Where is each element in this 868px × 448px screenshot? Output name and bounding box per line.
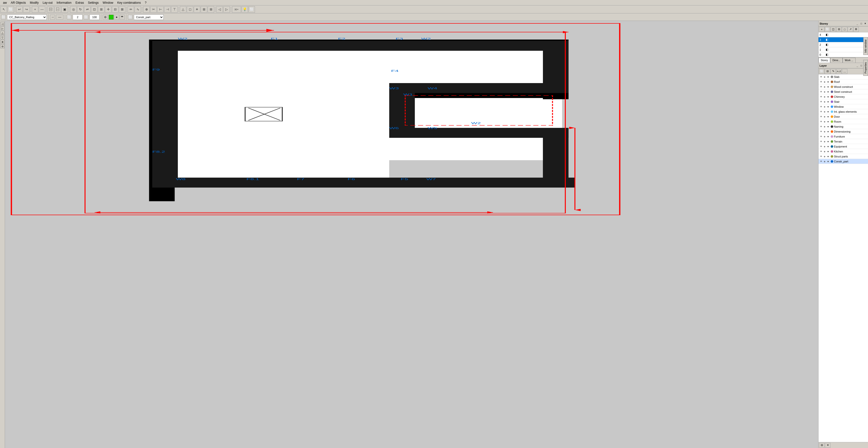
layer-lock-icon-window[interactable]: ◈ xyxy=(823,105,826,108)
layer-row-chimney[interactable]: 👁 ◈ ■ Chimney xyxy=(818,94,868,99)
layer-lock-icon-dimensioning[interactable]: ◈ xyxy=(823,130,826,133)
layer-color-icon-wood[interactable]: ■ xyxy=(827,85,830,88)
layer-more-btn[interactable]: … xyxy=(842,69,847,74)
align-h-btn[interactable]: ⊟ xyxy=(112,6,118,13)
ar-objects-btn[interactable]: ⬜ xyxy=(7,6,14,13)
layer-lock-icon-chimney[interactable]: ◈ xyxy=(823,95,826,98)
properties-tab[interactable]: Properties xyxy=(863,60,868,76)
layer-color-icon-equipment[interactable]: ■ xyxy=(827,145,830,148)
layer-visible-icon-stair[interactable]: 👁 xyxy=(819,100,823,103)
layer-row-terrain[interactable]: 👁 ◈ ■ Terrain xyxy=(818,139,868,144)
left-tb-6[interactable]: ⊖ xyxy=(0,44,4,48)
scale-btn[interactable]: ⊡ xyxy=(91,6,97,13)
storey-settings-btn[interactable]: ⚙ xyxy=(853,27,859,32)
layer-visible-icon-struct-parts[interactable]: 👁 xyxy=(819,155,823,158)
layer-color-icon-naming[interactable]: ■ xyxy=(827,125,830,128)
layer-color-icon-stair[interactable]: ■ xyxy=(827,100,830,103)
layer-row-kitchen[interactable]: 👁 ◈ ■ Kitchen xyxy=(818,149,868,154)
layer-color-icon-room[interactable]: ■ xyxy=(827,120,830,123)
layer-row-dimensioning[interactable]: 👁 ◈ ■ Dimensioning xyxy=(818,129,868,134)
layer-visible-icon[interactable]: 👁 xyxy=(819,75,823,78)
layer-lock-icon-kitchen[interactable]: ◈ xyxy=(823,150,826,153)
layer-visible-icon-roof[interactable]: 👁 xyxy=(819,80,823,83)
layer-color-icon-int-glass[interactable]: ■ xyxy=(827,110,830,113)
layer-row-equipment[interactable]: 👁 ◈ ■ Equipment xyxy=(818,144,868,149)
layer-color-icon-terrain[interactable]: ■ xyxy=(827,140,830,143)
layer-visible-icon-room[interactable]: 👁 xyxy=(819,120,823,123)
layer-color-icon-window[interactable]: ■ xyxy=(827,105,830,108)
mirror-btn[interactable]: ⇌ xyxy=(84,6,91,13)
scale-input[interactable] xyxy=(90,14,99,20)
trim-btn[interactable]: ⊢ xyxy=(157,6,164,13)
layer-lock-icon-int-glass[interactable]: ◈ xyxy=(823,110,826,113)
menu-key-combinations[interactable]: Key combinations xyxy=(115,0,143,5)
pattern-btn[interactable]: ∿ xyxy=(134,6,141,13)
layer-lock-icon-equipment[interactable]: ◈ xyxy=(823,145,826,148)
left-tb-5[interactable]: ⊕ xyxy=(0,40,4,44)
layer-row-wood[interactable]: 👁 ◈ ■ Wood construct xyxy=(818,84,868,89)
storey-row-1[interactable]: 1 ◧ xyxy=(818,47,868,52)
layer-lock-icon-stair[interactable]: ◈ xyxy=(823,100,826,103)
layer-lock-icon-steel[interactable]: ◈ xyxy=(823,90,826,93)
layer-icon-btn[interactable]: ⬜ xyxy=(1,15,6,20)
add-btn[interactable]: + xyxy=(32,6,38,13)
layer-visible-icon-wood[interactable]: 👁 xyxy=(819,85,823,88)
undo-btn[interactable]: ↩ xyxy=(16,6,23,13)
menu-layout[interactable]: Lay-out xyxy=(40,0,55,5)
layer-color-icon-roof[interactable]: ■ xyxy=(827,80,830,83)
storey-export-btn[interactable]: ↗ xyxy=(847,27,853,32)
layer-filter-btn[interactable]: ⊟ xyxy=(825,69,830,74)
line-width-input[interactable] xyxy=(73,14,83,20)
tab-work[interactable]: Work ... xyxy=(843,58,856,63)
layer-row-furniture[interactable]: 👁 ◈ ■ Furniture xyxy=(818,134,868,139)
storey-section-btn[interactable]: ◫ xyxy=(831,27,836,32)
layer-lock-icon-struct-parts[interactable]: ◈ xyxy=(823,155,826,158)
constr-part-select[interactable]: Constr_part xyxy=(134,14,164,20)
delete-btn[interactable]: — xyxy=(39,6,45,13)
layer-row-room[interactable]: 👁 ◈ ■ Room xyxy=(818,119,868,124)
menu-help[interactable]: ? xyxy=(143,0,149,5)
copy-outline-btn[interactable]: ⿳ xyxy=(48,6,54,13)
dim-right-btn[interactable]: ▷ xyxy=(223,6,230,13)
storey-panel-close[interactable]: × xyxy=(864,22,867,25)
dim-left-btn[interactable]: ◁ xyxy=(216,6,223,13)
snap-btn[interactable]: ⊕ xyxy=(143,6,150,13)
layer-visible-icon-dimensioning[interactable]: 👁 xyxy=(819,130,823,133)
draw-line-btn[interactable]: ✏ xyxy=(128,6,134,13)
light-btn[interactable]: 💡 xyxy=(242,6,248,13)
layer-lock-icon-naming[interactable]: ◈ xyxy=(823,125,826,128)
menu-modify[interactable]: Modify xyxy=(28,0,40,5)
layer-lock-icon-wood[interactable]: ◈ xyxy=(823,85,826,88)
rotate-btn[interactable]: ↻ xyxy=(77,6,84,13)
layer-panel-minimize[interactable]: _ xyxy=(856,64,859,67)
menu-window[interactable]: Window xyxy=(101,0,115,5)
storey-row-2[interactable]: 2 ◧ xyxy=(818,42,868,47)
storey-view-btn[interactable]: ⊟ xyxy=(836,27,842,32)
move-btn[interactable]: ✛ xyxy=(105,6,112,13)
layer-show-all-btn[interactable]: ⬜ xyxy=(819,69,825,74)
layer-visible-icon-int-glass[interactable]: 👁 xyxy=(819,110,823,113)
snap-icon[interactable]: ⊕ xyxy=(103,15,108,20)
layer-visible-icon-window[interactable]: 👁 xyxy=(819,105,823,108)
layer-visible-icon-furniture[interactable]: 👁 xyxy=(819,135,823,138)
menu-settings[interactable]: Settings xyxy=(86,0,100,5)
layer-color-icon-door[interactable]: ■ xyxy=(827,115,830,118)
layer-visible-icon-naming[interactable]: 👁 xyxy=(819,125,823,128)
layer-lock-icon-door[interactable]: ◈ xyxy=(823,115,826,118)
layer-visible-icon-equipment[interactable]: 👁 xyxy=(819,145,823,148)
storey-add-btn[interactable]: + xyxy=(819,27,825,32)
left-tb-1[interactable]: ◁ xyxy=(0,22,4,26)
storey-panel-float[interactable]: □ xyxy=(860,22,863,25)
offset-btn[interactable]: ⊤ xyxy=(171,6,178,13)
layer-sort-btn[interactable]: A↓Z xyxy=(836,69,842,74)
layer-row-constr-part[interactable]: 👁 ◈ ■ Constr_part xyxy=(818,159,868,164)
layer-row-stair[interactable]: 👁 ◈ ■ Stair xyxy=(818,99,868,104)
layer-filter-bottom-btn[interactable]: ⊟ xyxy=(819,443,825,448)
grid-btn[interactable]: ⊞ xyxy=(208,6,214,13)
extend-btn[interactable]: ⊣ xyxy=(164,6,170,13)
cut-btn[interactable]: ✂ xyxy=(150,6,157,13)
layer-color-icon-chimney[interactable]: ■ xyxy=(827,95,830,98)
layer-lock-icon-constr-part[interactable]: ◈ xyxy=(823,160,826,163)
layer-row-struct-parts[interactable]: 👁 ◈ ■ Struct.parts xyxy=(818,154,868,159)
menu-aw[interactable]: aw xyxy=(1,0,9,5)
